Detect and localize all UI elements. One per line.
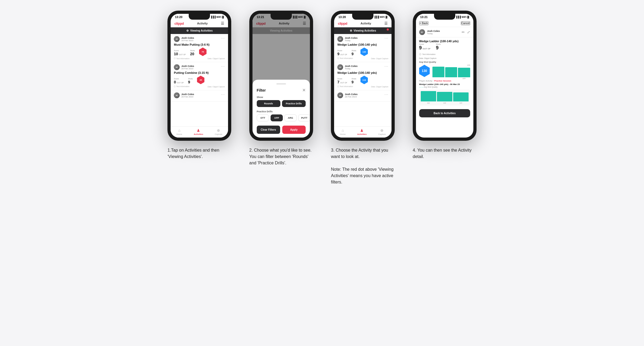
nav-activities-3[interactable]: ♟ Activities	[357, 128, 367, 135]
user-date-1-1: 28 Feb 2023	[181, 39, 194, 42]
card-header-1-3: JC Josh Coles 28 Feb 2023 ···	[174, 92, 225, 98]
more-dots-1-3[interactable]: ···	[221, 92, 225, 96]
signal-icon-1: ▐▐▐	[211, 16, 216, 18]
app-logo-1: clippd	[174, 22, 184, 25]
more-dots-1-2[interactable]: ···	[221, 64, 225, 68]
shots-value-3-2: 9	[351, 80, 356, 84]
score-stat-3-2: Score 7 OUT OF	[337, 78, 347, 84]
session-link-4[interactable]: Practice Session	[434, 80, 451, 82]
menu-icon-1[interactable]: ☰	[221, 21, 224, 25]
footer-left-1-2: ⓘ Test Information	[174, 85, 190, 88]
arg-button[interactable]: ARG	[284, 114, 297, 121]
avatar-3-2: JC	[337, 64, 343, 70]
detail-drill-title-4: Wedge Ladder (100-140 yds)	[419, 40, 470, 43]
putt-button[interactable]: PUTT	[298, 114, 310, 121]
card-footer-1-1: ⓘ Test Information Data: Clippd Capture	[174, 57, 225, 60]
shots-label-3-2: Shots	[351, 78, 356, 80]
footer-right-1-2: Data: Clippd Capture	[208, 85, 225, 88]
shots-val-4: 9	[436, 45, 441, 51]
clear-filters-button[interactable]: Clear Filters	[257, 126, 280, 134]
score-lbl-4: Score	[419, 43, 431, 45]
app-title-3: Activity	[361, 22, 371, 25]
app-header-3: clippd Activity ☰	[334, 20, 392, 27]
user-meta-1-3: Josh Coles 28 Feb 2023	[181, 93, 194, 98]
card-stats-1-2: Score 0 OUT OF Shots 9 45	[174, 76, 225, 84]
activity-card-3-1[interactable]: JC Josh Coles Today ··· Wedge Ladder (10…	[334, 34, 392, 62]
app-title-1: Activity	[197, 22, 208, 25]
nav-capture-1[interactable]: ⊕ Capture	[215, 128, 222, 135]
score-val-4: 9 OUT OF	[419, 45, 431, 51]
more-dots-3-1[interactable]: ···	[385, 36, 389, 40]
user-date-1-2: 28 Feb 2023	[181, 67, 194, 70]
session-avg-label-4: Avg Shot Quality	[424, 86, 437, 88]
nav-home-3[interactable]: ⌂ Home	[340, 128, 346, 135]
rounds-button[interactable]: Rounds	[257, 100, 280, 107]
score-value-1-2: 0 OUT OF	[174, 80, 184, 84]
filter-sheet-2: Filter ✕ Show Rounds Practice Drills Pra…	[252, 80, 310, 138]
footer-right-3-1: Data: Clippd Capture	[371, 57, 388, 60]
activity-card-3-3[interactable]: JC Josh Coles 28 Feb 2023 ···	[334, 90, 392, 102]
caption-2: 2. Choose what you'd like to see. You ca…	[249, 147, 313, 166]
user-info-3-1: JC Josh Coles Today	[337, 36, 357, 42]
footer-left-3-2: ⓘ Test Information	[337, 85, 353, 88]
notch-1	[189, 14, 210, 20]
detail-info-2-4: Data: Clippd Capture	[419, 57, 470, 59]
more-dots-3-2[interactable]: ···	[385, 64, 389, 68]
more-dots-1-1[interactable]: ···	[221, 36, 225, 40]
score-labels-4: Score 9 OUT OF Shots 9	[419, 43, 441, 51]
step-2-column: 13:21 ▐▐▐ WiFi ▓ clippd Activity ☰ Viewi…	[244, 11, 318, 185]
quality-badge-3-1: 130	[360, 48, 368, 56]
card-footer-3-1: ⓘ Test Information Data: Clippd Capture	[337, 57, 388, 60]
score-of-3-1: OUT OF	[340, 54, 347, 55]
menu-icon-3[interactable]: ☰	[384, 21, 388, 25]
card-stats-3-1: Score 9 OUT OF Shots 9 130	[337, 48, 388, 56]
home-label-1: Home	[176, 133, 182, 135]
chart-bar-2	[445, 67, 457, 77]
back-to-activities-button[interactable]: Back to Activities	[419, 109, 470, 117]
phone-3-inner: 13:20 ▐▐▐ WiFi ▓ clippd Activity ☰ ⚙ Vie…	[334, 14, 392, 138]
footer-left-3-1: ⓘ Test Information	[337, 57, 353, 60]
user-meta-3-3: Josh Coles 28 Feb 2023	[345, 93, 357, 98]
detail-user-section-4: JC Josh Coles Today ✏ ⤢	[416, 27, 473, 37]
activity-card-1-3[interactable]: JC Josh Coles 28 Feb 2023 ···	[171, 90, 228, 102]
shots-stat-3-1: Shots 9	[351, 50, 356, 56]
footer-right-3-2: Data: Clippd Capture	[371, 85, 388, 88]
user-info-1-2: JC Josh Coles 28 Feb 2023	[174, 64, 194, 70]
step-1-column: 13:20 ▐▐▐ WiFi ▓ clippd Activity ☰ ⚙ V	[163, 11, 237, 185]
avatar-4: JC	[419, 29, 425, 35]
activity-card-1-2[interactable]: JC Josh Coles 28 Feb 2023 ··· Putting Co…	[171, 62, 228, 90]
activity-card-1-1[interactable]: JC Josh Coles 28 Feb 2023 ··· Must Make …	[171, 34, 228, 62]
drills-button[interactable]: Practice Drills	[282, 100, 306, 107]
nav-capture-3[interactable]: ⊕ Capture	[378, 128, 386, 135]
practice-filter-row-2: OTT APP ARG PUTT	[257, 114, 306, 121]
apply-button[interactable]: Apply	[282, 126, 306, 134]
expand-icon-4[interactable]: ⤢	[467, 30, 470, 34]
activity-card-3-2[interactable]: JC Josh Coles Today ··· Wedge Ladder (10…	[334, 62, 392, 90]
mini-chart-4: 130 APP	[432, 64, 470, 78]
nav-home-1[interactable]: ⌂ Home	[176, 128, 182, 135]
score-label-1-2: Score	[174, 78, 184, 80]
cancel-button-4[interactable]: Cancel	[461, 21, 470, 25]
back-button-4[interactable]: < Back	[419, 21, 428, 25]
phone-2: 13:21 ▐▐▐ WiFi ▓ clippd Activity ☰ Viewi…	[249, 11, 313, 141]
session-drill-4: Wedge Ladder (100–140 yds) - 06 Mar 23	[419, 83, 470, 86]
bottom-nav-1: ⌂ Home ♟ Activities ⊕ Capture	[171, 126, 228, 138]
card-title-1-2: Putting Combine (3-15 ft)	[174, 71, 225, 74]
nav-activities-1[interactable]: ♟ Activities	[194, 128, 203, 135]
card-stats-1-1: Score 10 OUT OF Shots 20 75	[174, 48, 225, 56]
more-dots-3-3[interactable]: ···	[385, 92, 389, 96]
edit-icon-4[interactable]: ✏	[462, 30, 465, 34]
viewing-banner-3[interactable]: ⚙ Viewing Activities	[334, 27, 392, 34]
ott-button[interactable]: OTT	[257, 114, 269, 121]
phone-4: 13:21 ▐▐▐ WiFi ▓ < Back Cancel JC	[413, 11, 477, 141]
phone-3: 13:20 ▐▐▐ WiFi ▓ clippd Activity ☰ ⚙ Vie…	[331, 11, 395, 141]
card-header-1-2: JC Josh Coles 28 Feb 2023 ···	[174, 64, 225, 70]
app-button[interactable]: APP	[271, 114, 283, 121]
notch-3	[352, 14, 373, 20]
detail-user-info-4: JC Josh Coles Today	[419, 29, 440, 35]
close-filter-button[interactable]: ✕	[302, 88, 306, 93]
app-logo-3: clippd	[338, 22, 347, 25]
time-3: 13:20	[338, 15, 346, 19]
viewing-banner-1[interactable]: ⚙ Viewing Activities	[171, 27, 228, 34]
wifi-icon-3: WiFi	[380, 16, 385, 18]
